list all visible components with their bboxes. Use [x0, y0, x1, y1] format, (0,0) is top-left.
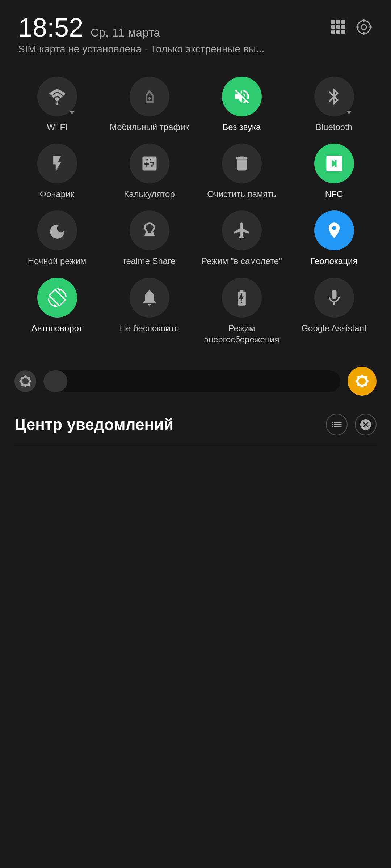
qs-airplane-label: Режим "в самолете" — [201, 255, 282, 267]
qs-power-save-label: Режим энергосбережения — [199, 323, 284, 345]
quick-settings-grid: Wi-Fi Мобильный трафик Без звука Blu — [14, 77, 377, 345]
qs-geolocation-label: Геолокация — [311, 255, 358, 267]
qs-realme-share-circle — [130, 210, 169, 250]
qs-wifi-circle — [37, 77, 77, 116]
brightness-control — [0, 352, 391, 407]
qs-flashlight-label: Фонарик — [40, 188, 74, 200]
qs-mobile-data[interactable]: Мобильный трафик — [107, 77, 192, 133]
bluetooth-arrow — [346, 111, 352, 114]
qs-autorotate-circle — [37, 278, 77, 318]
qs-calculator-circle — [130, 144, 169, 183]
qs-nfc[interactable]: NFC — [291, 144, 377, 200]
sim-info: SIM-карта не установлена - Только экстре… — [18, 43, 264, 55]
qs-realme-share-label: realme Share — [123, 255, 175, 267]
svg-rect-7 — [336, 30, 340, 34]
svg-rect-0 — [331, 20, 335, 24]
qs-bluetooth[interactable]: Bluetooth — [291, 77, 377, 133]
qs-clear-memory[interactable]: Очистить память — [199, 144, 284, 200]
svg-rect-3 — [331, 25, 335, 29]
qs-wifi[interactable]: Wi-Fi — [14, 77, 100, 133]
quick-settings-panel: Wi-Fi Мобильный трафик Без звука Blu — [0, 62, 391, 352]
qs-silent-circle — [222, 77, 262, 116]
qs-night-mode-label: Ночной режим — [28, 255, 87, 267]
qs-google-assistant-label: Google Assistant — [301, 323, 366, 334]
brightness-slider[interactable] — [43, 370, 340, 392]
qs-nfc-circle — [314, 144, 354, 183]
qs-autorotate-label: Автоповорот — [31, 323, 83, 334]
notification-header: Центр уведомлений — [14, 414, 377, 443]
status-right — [329, 14, 373, 36]
qs-airplane[interactable]: Режим "в самолете" — [199, 210, 284, 267]
qs-wifi-label: Wi-Fi — [47, 122, 67, 133]
manage-notifications-button[interactable] — [326, 414, 348, 435]
svg-rect-2 — [341, 20, 345, 24]
svg-point-10 — [361, 25, 366, 30]
qs-calculator-label: Калькулятор — [124, 188, 175, 200]
qs-airplane-circle — [222, 210, 262, 250]
qs-power-save[interactable]: Режим энергосбережения — [199, 278, 284, 345]
target-icon — [355, 18, 373, 36]
qs-silent[interactable]: Без звука — [199, 77, 284, 133]
qs-bluetooth-circle — [314, 77, 354, 116]
qs-calculator[interactable]: Калькулятор — [107, 144, 192, 200]
qs-silent-label: Без звука — [223, 122, 261, 133]
notification-center: Центр уведомлений — [0, 407, 391, 450]
qs-power-save-circle — [222, 278, 262, 318]
brightness-min-icon — [14, 370, 36, 392]
qs-nfc-label: NFC — [325, 188, 343, 200]
svg-point-15 — [56, 102, 58, 105]
qs-geolocation[interactable]: Геолокация — [291, 210, 377, 267]
qs-dnd-circle — [130, 278, 169, 318]
qs-dnd[interactable]: Не беспокоить — [107, 278, 192, 345]
notification-actions — [326, 414, 377, 435]
svg-point-9 — [357, 21, 370, 34]
qs-mobile-circle — [130, 77, 169, 116]
time-display: 18:52 — [18, 14, 83, 41]
svg-rect-1 — [336, 20, 340, 24]
svg-rect-8 — [341, 30, 345, 34]
qs-geolocation-circle — [314, 210, 354, 250]
qs-google-assistant[interactable]: Google Assistant — [291, 278, 377, 345]
qs-clear-memory-label: Очистить память — [207, 188, 276, 200]
qs-night-mode[interactable]: Ночной режим — [14, 210, 100, 267]
svg-rect-4 — [336, 25, 340, 29]
svg-rect-6 — [331, 30, 335, 34]
qs-clear-memory-circle — [222, 144, 262, 183]
grid-icon — [329, 18, 348, 36]
status-left: 18:52 Ср, 11 марта SIM-карта не установл… — [18, 14, 264, 55]
qs-realme-share[interactable]: realme Share — [107, 210, 192, 267]
date-display: Ср, 11 марта — [91, 26, 160, 39]
svg-rect-5 — [341, 25, 345, 29]
clear-notifications-button[interactable] — [355, 414, 377, 435]
notification-title: Центр уведомлений — [14, 416, 173, 434]
qs-night-mode-circle — [37, 210, 77, 250]
qs-google-assistant-circle — [314, 278, 354, 318]
status-bar: 18:52 Ср, 11 марта SIM-карта не установл… — [0, 0, 391, 62]
qs-autorotate[interactable]: Автоповорот — [14, 278, 100, 345]
qs-flashlight[interactable]: Фонарик — [14, 144, 100, 200]
wifi-arrow — [69, 111, 75, 114]
qs-mobile-label: Мобильный трафик — [110, 122, 189, 133]
qs-bluetooth-label: Bluetooth — [316, 122, 352, 133]
brightness-fill — [43, 370, 67, 392]
brightness-max-icon — [348, 367, 377, 396]
qs-flashlight-circle — [37, 144, 77, 183]
qs-dnd-label: Не беспокоить — [120, 323, 179, 334]
